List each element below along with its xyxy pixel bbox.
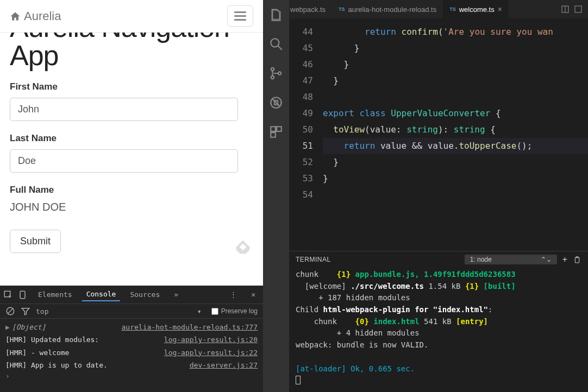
terminal-selector[interactable]: 1: node ⌃⌄ bbox=[465, 255, 557, 264]
editor-tab[interactable]: webpack.ts bbox=[289, 0, 332, 18]
submit-button[interactable]: Submit bbox=[10, 230, 61, 253]
console-source-link[interactable]: log-apply-result.js:20 bbox=[164, 333, 258, 346]
explorer-icon[interactable] bbox=[269, 8, 283, 22]
console-row: [HMR] App is up to date. dev-server.js:2… bbox=[5, 359, 258, 371]
app-content: Aurelia Navigation App First Name Last N… bbox=[0, 33, 263, 286]
svg-point-6 bbox=[271, 68, 274, 71]
full-name-value: JOHN DOE bbox=[10, 201, 253, 213]
page-title: Aurelia Navigation App bbox=[10, 33, 253, 69]
editor-tab[interactable]: TS aurelia-hot-module-reload.ts bbox=[332, 0, 443, 18]
svg-point-4 bbox=[271, 39, 279, 47]
brand[interactable]: Aurelia bbox=[10, 9, 61, 23]
terminal-output[interactable]: chunk {1} app.bundle.js, 1.49f91fddd5d62… bbox=[289, 268, 588, 392]
console-row: [HMR] Updated modules: log-apply-result.… bbox=[5, 333, 258, 346]
svg-point-7 bbox=[271, 76, 274, 79]
ts-file-icon: TS bbox=[339, 7, 345, 12]
terminal-title: TERMINAL bbox=[296, 256, 459, 263]
filter-icon[interactable] bbox=[21, 306, 30, 316]
svg-rect-14 bbox=[271, 132, 276, 137]
console-output[interactable]: ▶[Object] aurelia-hot-module-reload.ts:7… bbox=[0, 319, 263, 392]
console-source-link[interactable]: dev-server.js:27 bbox=[190, 359, 258, 371]
expand-icon[interactable]: ▶ bbox=[5, 323, 10, 331]
preserve-log-input[interactable] bbox=[211, 308, 218, 315]
svg-line-5 bbox=[278, 46, 282, 50]
console-context-selector[interactable]: top bbox=[36, 307, 192, 315]
context-dropdown-icon[interactable]: ▾ bbox=[197, 307, 202, 315]
chevron-up-down-icon: ⌃⌄ bbox=[541, 256, 552, 263]
svg-point-8 bbox=[278, 72, 281, 74]
console-row: [HMR] - welcome log-apply-result.js:22 bbox=[5, 346, 258, 359]
last-name-input[interactable] bbox=[10, 149, 238, 173]
clear-console-icon[interactable] bbox=[5, 306, 15, 316]
extensions-icon[interactable] bbox=[269, 125, 283, 139]
terminal-panel: TERMINAL 1: node ⌃⌄ + chunk {1} app.bund… bbox=[289, 251, 588, 392]
svg-rect-13 bbox=[277, 127, 282, 131]
devtools-tab-elements[interactable]: Elements bbox=[34, 288, 77, 301]
device-icon[interactable] bbox=[18, 290, 28, 300]
devtools-tab-more[interactable]: » bbox=[170, 288, 183, 301]
editor-tab-active[interactable]: TS welcome.ts × bbox=[443, 0, 509, 18]
devtools-menu-icon[interactable]: ⋮ bbox=[226, 288, 241, 301]
feedly-icon[interactable] bbox=[235, 239, 251, 255]
editor-tab-bar: webpack.ts TS aurelia-hot-module-reload.… bbox=[289, 0, 588, 18]
svg-line-3 bbox=[8, 309, 13, 314]
line-numbers: 4445464748495051525354 bbox=[289, 24, 323, 251]
brand-text: Aurelia bbox=[24, 9, 61, 23]
svg-rect-17 bbox=[575, 6, 581, 12]
svg-rect-1 bbox=[20, 291, 25, 299]
close-tab-icon[interactable]: × bbox=[498, 5, 502, 14]
split-editor-icon[interactable] bbox=[561, 5, 570, 14]
devtools-tabs: Elements Console Sources » ⋮ ✕ bbox=[0, 286, 263, 304]
terminal-header: TERMINAL 1: node ⌃⌄ + bbox=[289, 251, 588, 268]
devtools-tab-sources[interactable]: Sources bbox=[126, 288, 164, 301]
code-lines: return confirm('Are you sure you wan } }… bbox=[323, 24, 588, 251]
console-source-link[interactable]: aurelia-hot-module-reload.ts:777 bbox=[122, 321, 258, 333]
terminal-cursor bbox=[296, 376, 301, 384]
console-source-link[interactable]: log-apply-result.js:22 bbox=[164, 346, 258, 359]
debug-icon[interactable] bbox=[269, 96, 283, 110]
full-name-label: Full Name bbox=[10, 185, 253, 195]
devtools-close-icon[interactable]: ✕ bbox=[247, 288, 260, 301]
first-name-label: First Name bbox=[10, 81, 253, 92]
console-row: ▶[Object] aurelia-hot-module-reload.ts:7… bbox=[5, 321, 258, 333]
svg-line-11 bbox=[272, 98, 280, 106]
devtools-panel: Elements Console Sources » ⋮ ✕ top ▾ Pre… bbox=[0, 286, 263, 392]
kill-terminal-icon[interactable] bbox=[573, 255, 581, 264]
vscode-editor-pane: webpack.ts TS aurelia-hot-module-reload.… bbox=[263, 0, 588, 392]
code-editor[interactable]: 4445464748495051525354 return confirm('A… bbox=[289, 18, 588, 251]
new-terminal-icon[interactable]: + bbox=[562, 255, 567, 264]
first-name-input[interactable] bbox=[10, 98, 238, 121]
source-control-icon[interactable] bbox=[269, 66, 283, 80]
console-prompt[interactable]: › bbox=[5, 372, 10, 380]
activity-bar bbox=[263, 0, 289, 392]
devtools-tab-console[interactable]: Console bbox=[82, 288, 121, 301]
svg-rect-12 bbox=[271, 127, 276, 131]
hamburger-menu-button[interactable] bbox=[227, 5, 253, 27]
home-icon bbox=[10, 11, 21, 22]
navbar: Aurelia bbox=[0, 0, 263, 33]
more-actions-icon[interactable] bbox=[574, 5, 583, 14]
search-icon[interactable] bbox=[269, 37, 283, 51]
ts-file-icon: TS bbox=[449, 7, 456, 12]
browser-preview-pane: Aurelia Aurelia Navigation App First Nam… bbox=[0, 0, 263, 392]
inspect-icon[interactable] bbox=[3, 290, 13, 300]
preserve-log-checkbox[interactable]: Preserve log bbox=[211, 307, 258, 315]
console-toolbar: top ▾ Preserve log bbox=[0, 304, 263, 319]
last-name-label: Last Name bbox=[10, 133, 253, 144]
